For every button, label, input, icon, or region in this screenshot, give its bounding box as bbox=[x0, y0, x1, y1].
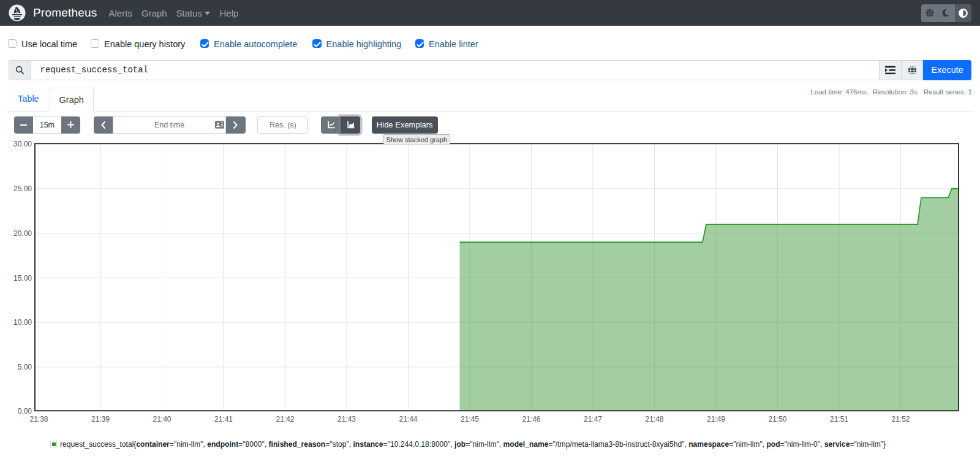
svg-text:21:38: 21:38 bbox=[29, 415, 48, 423]
svg-text:21:43: 21:43 bbox=[337, 415, 356, 423]
svg-text:10.00: 10.00 bbox=[13, 318, 32, 327]
svg-text:21:49: 21:49 bbox=[707, 415, 725, 423]
svg-text:15.00: 15.00 bbox=[13, 274, 32, 283]
svg-text:21:52: 21:52 bbox=[891, 415, 910, 423]
svg-text:25.00: 25.00 bbox=[13, 184, 32, 193]
svg-text:21:51: 21:51 bbox=[830, 415, 848, 423]
svg-text:21:42: 21:42 bbox=[276, 415, 294, 423]
svg-text:21:41: 21:41 bbox=[214, 415, 233, 423]
svg-text:21:39: 21:39 bbox=[91, 415, 110, 423]
svg-text:21:45: 21:45 bbox=[461, 415, 479, 423]
svg-text:21:50: 21:50 bbox=[768, 415, 786, 423]
svg-text:21:44: 21:44 bbox=[399, 415, 417, 423]
svg-text:21:47: 21:47 bbox=[584, 415, 602, 423]
svg-text:5.00: 5.00 bbox=[18, 363, 32, 371]
svg-text:30.00: 30.00 bbox=[13, 140, 32, 148]
svg-text:21:46: 21:46 bbox=[522, 415, 540, 423]
svg-text:21:40: 21:40 bbox=[153, 415, 171, 423]
svg-text:20.00: 20.00 bbox=[13, 229, 32, 238]
svg-text:21:48: 21:48 bbox=[645, 415, 663, 423]
